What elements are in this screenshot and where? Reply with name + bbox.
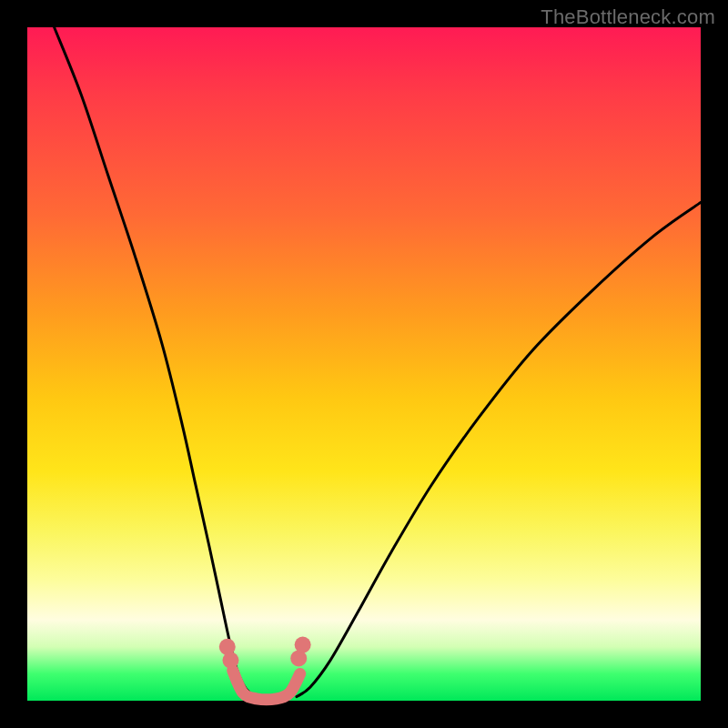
watermark-text: TheBottleneck.com [541,5,715,29]
series-valley-arc [233,671,300,700]
marker-left-dot-2 [222,652,238,669]
marker-right-dot-2 [295,637,311,653]
series-right-curve [297,202,701,696]
curve-layer [27,27,701,701]
chart-frame: TheBottleneck.com [0,0,728,728]
series-left-curve [55,27,257,697]
plot-area [27,27,701,701]
